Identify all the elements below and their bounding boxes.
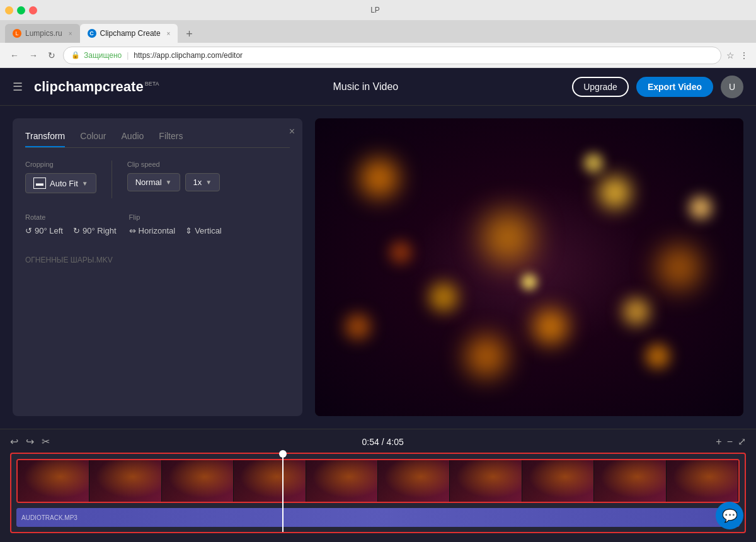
menu-icon[interactable]: ⋮: [740, 50, 748, 60]
undo-button[interactable]: ↩: [10, 436, 18, 448]
upgrade-button[interactable]: Upgrade: [572, 77, 629, 97]
track-frame-9: [594, 460, 666, 502]
tab-audio[interactable]: Audio: [122, 131, 144, 147]
timeline-toolbar: ↩ ↪ ✂ 0:54 / 4:05 + − ⤢: [10, 436, 746, 448]
speed-arrow-icon: ▼: [166, 179, 172, 186]
chat-bubble[interactable]: 💬: [716, 502, 743, 529]
close-button[interactable]: [29, 6, 37, 14]
track-frame-3: [162, 460, 234, 502]
track-frame-1: [18, 460, 89, 502]
zoom-in-button[interactable]: +: [716, 436, 721, 448]
playhead[interactable]: [282, 454, 284, 532]
rotate-right-label: 90° Right: [83, 226, 117, 235]
cropping-label: Cropping: [25, 161, 96, 168]
flip-h-icon: ⇔: [129, 226, 136, 235]
timeline-tracks: AUDIOTRACK.MP3: [10, 453, 746, 533]
track-frame-6: [378, 460, 450, 502]
tab-clipchamp-close[interactable]: ×: [167, 30, 171, 37]
clip-speed-section: Clip speed Normal ▼ 1x ▼: [127, 161, 220, 191]
app: ☰ clipchampcreateBETA Music in Video Upg…: [0, 68, 756, 542]
timeline: ↩ ↪ ✂ 0:54 / 4:05 + − ⤢: [0, 429, 756, 542]
multiplier-arrow-icon: ▼: [205, 179, 212, 186]
export-button[interactable]: Export Video: [636, 77, 713, 97]
user-avatar[interactable]: U: [721, 76, 743, 98]
time-display: 0:54 / 4:05: [362, 437, 404, 447]
zoom-out-button[interactable]: −: [727, 436, 733, 448]
tab-filters[interactable]: Filters: [159, 131, 183, 147]
redo-button[interactable]: ↪: [26, 436, 34, 448]
clip-speed-label: Clip speed: [127, 161, 220, 168]
browser-window: LP L Lumpics.ru × C Clipchamp Create × +…: [0, 0, 756, 68]
playhead-handle[interactable]: [279, 450, 287, 458]
flip-horizontal-label: Horizontal: [139, 226, 176, 235]
upper-section: × Transform Colour Audio Filters Croppin…: [0, 106, 756, 429]
video-track-frames: [18, 460, 738, 502]
fullscreen-button[interactable]: ⤢: [738, 436, 746, 448]
tab-lumpics-close[interactable]: ×: [69, 30, 72, 37]
flip-section: Flip ⇔ Horizontal ⇕ Vertical: [129, 213, 222, 235]
speed-controls: Normal ▼ 1x ▼: [127, 173, 220, 191]
rotate-right-button[interactable]: ↻ 90° Right: [73, 226, 117, 235]
tab-colour[interactable]: Colour: [80, 131, 106, 147]
forward-button[interactable]: →: [26, 48, 40, 63]
address-actions: ☆ ⋮: [726, 50, 748, 60]
clipchamp-favicon: C: [88, 29, 96, 38]
address-input[interactable]: 🔒 Защищено | https://app.clipchamp.com/e…: [63, 47, 721, 64]
video-frame-icon: ▬: [33, 178, 46, 189]
audio-track-label: AUDIOTRACK.MP3: [21, 514, 77, 521]
maximize-button[interactable]: [17, 6, 25, 14]
refresh-button[interactable]: ↻: [45, 48, 58, 63]
track-frame-7: [450, 460, 522, 502]
editor-area: × Transform Colour Audio Filters Croppin…: [0, 106, 756, 542]
rotate-left-button[interactable]: ↺ 90° Left: [25, 226, 63, 235]
tab-clipchamp[interactable]: C Clipchamp Create ×: [80, 24, 178, 43]
file-name: ОГНЕННЫЕ ШАРЫ.MKV: [25, 256, 290, 264]
rotate-section: Rotate ↺ 90° Left ↻ 90° Right: [25, 213, 117, 235]
logo-prefix: clipchamp: [34, 79, 103, 94]
track-frame-8: [522, 460, 594, 502]
title-bar: LP: [0, 0, 756, 20]
new-tab-button[interactable]: +: [180, 25, 198, 43]
panel-tabs: Transform Colour Audio Filters: [25, 131, 290, 148]
flip-vertical-label: Vertical: [195, 226, 222, 235]
track-frame-2: [89, 460, 161, 502]
rotate-left-icon: ↺: [25, 226, 32, 235]
header-actions: Upgrade Export Video U: [572, 76, 743, 98]
security-label: Защищено: [84, 51, 122, 60]
rotate-label: Rotate: [25, 213, 117, 221]
flip-vertical-button[interactable]: ⇕ Vertical: [185, 226, 222, 235]
video-track: [16, 459, 740, 503]
minimize-button[interactable]: [5, 6, 13, 14]
audio-waveform: [16, 508, 740, 527]
cropping-section: Cropping ▬ Auto Fit ▼: [25, 161, 96, 193]
tab-clipchamp-label: Clipchamp Create: [100, 29, 161, 38]
scissors-button[interactable]: ✂: [42, 436, 50, 448]
cropping-value: Auto Fit: [50, 179, 78, 188]
app-title: Music in Video: [333, 81, 398, 93]
cropping-arrow-icon: ▼: [82, 180, 88, 187]
tab-lumpics[interactable]: L Lumpics.ru ×: [5, 24, 80, 43]
speed-dropdown[interactable]: Normal ▼: [127, 173, 180, 191]
logo: clipchampcreateBETA: [34, 79, 159, 95]
address-bar: ← → ↻ 🔒 Защищено | https://app.clipchamp…: [0, 43, 756, 68]
tab-bar: L Lumpics.ru × C Clipchamp Create × +: [0, 20, 756, 43]
flip-horizontal-button[interactable]: ⇔ Horizontal: [129, 226, 176, 235]
speed-value: Normal: [135, 178, 162, 187]
logo-beta: BETA: [145, 81, 159, 87]
window-title: LP: [370, 6, 380, 14]
tab-transform[interactable]: Transform: [25, 131, 65, 147]
hamburger-icon[interactable]: ☰: [13, 80, 23, 94]
track-frame-5: [306, 460, 378, 502]
divider: [112, 161, 112, 198]
multiplier-dropdown[interactable]: 1x ▼: [185, 173, 220, 191]
track-frame-4: [234, 460, 306, 502]
flip-label: Flip: [129, 213, 222, 221]
cropping-dropdown[interactable]: ▬ Auto Fit ▼: [25, 173, 96, 193]
back-button[interactable]: ←: [8, 48, 21, 63]
timeline-tools: ↩ ↪ ✂: [10, 436, 50, 448]
rotate-controls: ↺ 90° Left ↻ 90° Right: [25, 226, 117, 235]
bookmark-icon[interactable]: ☆: [726, 50, 735, 60]
rotate-right-icon: ↻: [73, 226, 80, 235]
time-total: 4:05: [386, 437, 403, 447]
panel-close-button[interactable]: ×: [289, 126, 295, 137]
